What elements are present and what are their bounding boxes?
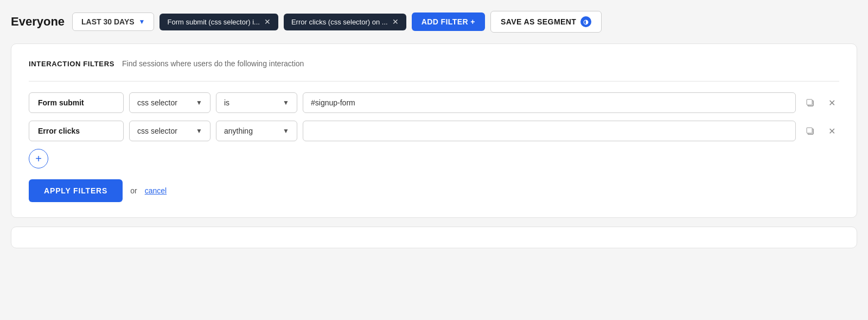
error-clicks-label: Error clicks — [38, 127, 80, 135]
condition-label-1: is — [224, 98, 229, 107]
filter-panel: INTERACTION FILTERS Find sessions where … — [11, 43, 857, 218]
chevron-down-icon-2: ▼ — [283, 99, 289, 106]
condition-label-2: anything — [224, 127, 253, 135]
remove-filter-icon-1[interactable]: ✕ — [824, 95, 839, 110]
chip2-label: Error clicks (css selector) on ... — [291, 18, 388, 26]
filter-type-error-clicks[interactable]: Error clicks — [29, 121, 124, 141]
chevron-down-icon: ▼ — [139, 18, 145, 26]
filter-panel-header: INTERACTION FILTERS Find sessions where … — [29, 59, 839, 68]
css-selector-select-2[interactable]: css selector ▼ — [129, 121, 210, 141]
copy-icon-1[interactable] — [801, 94, 819, 111]
save-segment-button[interactable]: SAVE AS SEGMENT ◑ — [490, 11, 602, 33]
bottom-panel — [11, 227, 857, 248]
apply-filters-button[interactable]: APPLY FILTERS — [29, 179, 123, 202]
or-label: or — [130, 186, 137, 195]
form-submit-label: Form submit — [38, 98, 84, 107]
chevron-down-icon-1: ▼ — [196, 99, 202, 106]
error-clicks-filter-chip: Error clicks (css selector) on ... ✕ — [284, 14, 406, 30]
add-filter-row-button[interactable]: + — [29, 149, 48, 168]
filter-panel-subtitle: Find sessions where users do the followi… — [122, 59, 304, 68]
date-filter-button[interactable]: LAST 30 DAYS ▼ — [72, 12, 154, 31]
top-bar: Everyone LAST 30 DAYS ▼ Form submit (css… — [11, 11, 857, 33]
css-selector-label-2: css selector — [137, 127, 177, 135]
cancel-button[interactable]: cancel — [145, 186, 167, 195]
chevron-down-icon-4: ▼ — [283, 127, 289, 135]
copy-icon-2[interactable] — [801, 122, 819, 140]
svg-rect-3 — [807, 128, 812, 133]
save-segment-icon: ◑ — [580, 16, 591, 27]
svg-rect-1 — [807, 99, 812, 105]
filter-type-form-submit[interactable]: Form submit — [29, 92, 124, 113]
add-filter-button[interactable]: ADD FILTER + — [412, 12, 485, 31]
filter-panel-title: INTERACTION FILTERS — [29, 60, 114, 68]
css-selector-select-1[interactable]: css selector ▼ — [129, 92, 210, 113]
condition-select-2[interactable]: anything ▼ — [216, 121, 297, 141]
condition-select-1[interactable]: is ▼ — [216, 92, 297, 113]
form-submit-filter-chip: Form submit (css selector) i... ✕ — [159, 14, 278, 30]
save-segment-label: SAVE AS SEGMENT — [501, 17, 576, 26]
filter-row-2: Error clicks css selector ▼ anything ▼ ✕ — [29, 121, 839, 141]
everyone-label: Everyone — [11, 15, 65, 29]
chip1-label: Form submit (css selector) i... — [167, 18, 259, 26]
chip2-close-icon[interactable]: ✕ — [392, 18, 399, 26]
chip1-close-icon[interactable]: ✕ — [264, 18, 271, 26]
filter-value-input-2[interactable] — [303, 121, 796, 141]
chevron-down-icon-3: ▼ — [196, 127, 202, 135]
actions-row: APPLY FILTERS or cancel — [29, 179, 839, 202]
filter-value-input-1[interactable] — [303, 92, 796, 113]
css-selector-label-1: css selector — [137, 98, 177, 107]
filter-row-1: Form submit css selector ▼ is ▼ ✕ — [29, 92, 839, 113]
remove-filter-icon-2[interactable]: ✕ — [824, 123, 839, 139]
date-filter-label: LAST 30 DAYS — [81, 17, 135, 26]
filter-divider — [29, 81, 839, 81]
